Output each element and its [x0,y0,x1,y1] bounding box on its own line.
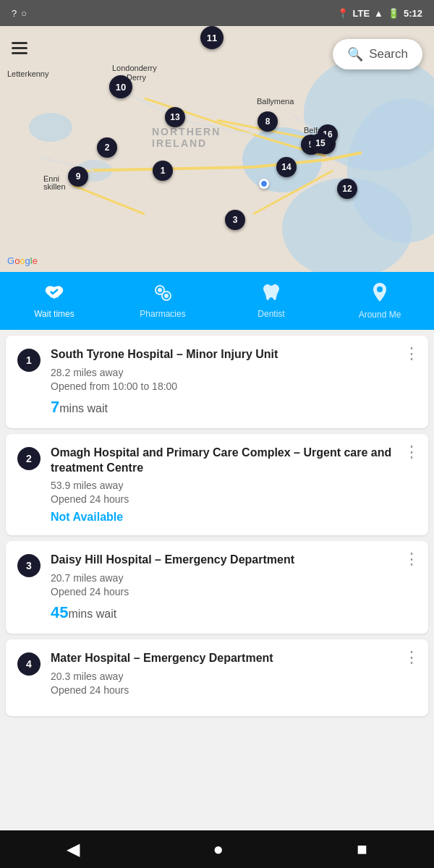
around-me-icon [370,282,389,307]
tab-bar: Wait times Pharmacies Dentist [0,272,434,330]
location-icon: 📍 [337,8,349,19]
hospital-info-4: Mater Hospital – Emergency Department 20… [51,651,417,702]
hospital-wait-3: 45mins wait [51,603,417,622]
wait-label-1: mins wait [59,402,108,414]
map-marker-12[interactable]: 12 [337,179,357,199]
dentist-icon [262,283,281,306]
hospital-distance-2: 53.9 miles away [51,480,417,491]
map-marker-2[interactable]: 2 [97,137,117,158]
google-logo: Google [7,255,38,266]
hospital-info-1: South Tyrone Hospital – Minor Injury Uni… [51,347,417,417]
hospital-card-4[interactable]: 4 Mater Hospital – Emergency Department … [6,639,428,716]
wait-label-3: mins wait [68,608,116,620]
hospital-distance-4: 20.3 miles away [51,671,417,682]
hospital-card-2[interactable]: 2 Omagh Hospital and Primary Care Comple… [6,434,428,536]
tab-dentist[interactable]: Dentist [217,277,326,325]
wait-times-icon [43,283,65,306]
hospital-name-3: Daisy Hill Hospital – Emergency Departme… [51,553,417,568]
hospital-name-1: South Tyrone Hospital – Minor Injury Uni… [51,347,417,362]
map-marker-13[interactable]: 13 [165,107,185,127]
svg-point-26 [377,286,383,292]
hospital-hours-1: Opened from 10:00 to 18:00 [51,380,417,392]
hospital-name-4: Mater Hospital – Emergency Department [51,651,417,666]
hospital-number-2: 2 [17,447,41,470]
tab-wait-times[interactable]: Wait times [0,277,109,325]
hospital-number-3: 3 [17,554,41,577]
dentist-label: Dentist [258,309,284,319]
status-right-icons: 📍 LTE ▲ 🔋 5:12 [337,8,423,19]
home-button[interactable]: ● [213,839,224,859]
status-left-icons: ? ○ [12,8,27,19]
map-marker-10[interactable]: 10 [109,75,132,98]
svg-point-24 [158,288,162,292]
more-button-3[interactable]: ⋮ [404,551,420,567]
pharmacies-icon [152,283,174,306]
hospital-hours-2: Opened 24 hours [51,493,417,505]
svg-point-25 [164,294,169,298]
map-marker-15[interactable]: 15 [310,133,331,153]
hospital-card-3[interactable]: 3 Daisy Hill Hospital – Emergency Depart… [6,541,428,634]
search-icon: 🔍 [347,46,363,62]
hospital-number-1: 1 [17,349,41,372]
map-area[interactable]: Letterkenny Londonderry Derry NORTHERNIR… [0,26,434,272]
time-display: 5:12 [404,8,422,19]
nav-bar: ◀ ● ■ [0,830,434,868]
lte-label: LTE [353,8,370,19]
hospital-number-4: 4 [17,652,41,676]
hospital-list: 1 South Tyrone Hospital – Minor Injury U… [0,330,434,868]
hospital-hours-3: Opened 24 hours [51,586,417,597]
wifi-icon: ? [12,8,17,19]
hospital-wait-2: Not Available [51,511,417,524]
tab-pharmacies[interactable]: Pharmacies [109,277,217,325]
wait-na-2: Not Available [51,511,123,523]
around-me-label: Around Me [359,310,401,320]
wait-times-label: Wait times [34,309,75,319]
wait-number-1: 7 [51,398,59,416]
menu-button[interactable] [12,42,27,54]
status-bar: ? ○ 📍 LTE ▲ 🔋 5:12 [0,0,434,26]
map-marker-11[interactable]: 11 [200,26,224,49]
map-marker-1[interactable]: 1 [153,161,173,181]
recent-button[interactable]: ■ [357,839,367,859]
map-marker-9[interactable]: 9 [68,166,88,187]
map-marker-3[interactable]: 3 [225,210,245,230]
hospital-name-2: Omagh Hospital and Primary Care Complex … [51,446,417,476]
signal-icon: ▲ [374,8,383,19]
search-button[interactable]: 🔍 Search [333,39,422,69]
hospital-info-3: Daisy Hill Hospital – Emergency Departme… [51,553,417,622]
map-marker-14[interactable]: 14 [276,157,297,177]
pharmacies-label: Pharmacies [140,309,185,319]
battery-icon: 🔋 [388,8,399,19]
wait-number-3: 45 [51,603,68,621]
search-label: Search [369,47,408,61]
circle-icon: ○ [21,8,27,19]
more-button-4[interactable]: ⋮ [404,650,420,665]
tab-around-me[interactable]: Around Me [326,276,434,326]
hospital-distance-1: 28.2 miles away [51,367,417,378]
hospital-info-2: Omagh Hospital and Primary Care Complex … [51,446,417,524]
more-button-1[interactable]: ⋮ [404,346,420,362]
map-marker-8[interactable]: 8 [258,111,278,132]
svg-point-5 [29,113,72,142]
more-button-2[interactable]: ⋮ [404,444,420,460]
hospital-hours-4: Opened 24 hours [51,684,417,696]
hospital-wait-1: 7mins wait [51,398,417,417]
hospital-distance-3: 20.7 miles away [51,572,417,584]
current-location-dot [259,179,269,189]
hospital-card-1[interactable]: 1 South Tyrone Hospital – Minor Injury U… [6,336,428,428]
back-button[interactable]: ◀ [67,839,80,859]
